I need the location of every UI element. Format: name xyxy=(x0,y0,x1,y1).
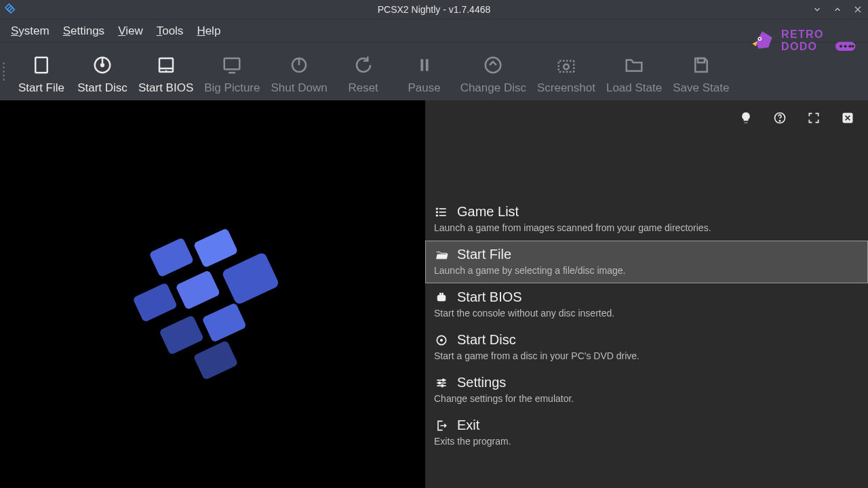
toolbar-start-bios[interactable]: Start BIOS xyxy=(133,49,199,95)
toolbar-reset: Reset xyxy=(333,49,394,95)
monitor-icon xyxy=(222,52,242,79)
toolbar-label: Pause xyxy=(408,79,441,95)
save-icon xyxy=(691,52,711,79)
menu-start-file[interactable]: Start FileLaunch a game by selecting a f… xyxy=(425,241,868,283)
toolbar-label: Big Picture xyxy=(204,79,260,95)
reset-icon xyxy=(353,52,374,79)
fullscreen-icon[interactable] xyxy=(806,110,822,126)
menu-start-bios[interactable]: Start BIOSStart the console without any … xyxy=(425,283,868,326)
discsmall-icon xyxy=(434,333,449,347)
toolbar-handle[interactable] xyxy=(3,48,8,96)
disc-icon xyxy=(92,52,113,79)
svg-rect-20 xyxy=(193,340,238,380)
hint-icon[interactable] xyxy=(738,110,754,126)
pause-icon xyxy=(414,52,435,79)
changedisc-icon xyxy=(483,52,503,79)
folder-icon xyxy=(624,52,644,79)
exit-icon xyxy=(434,419,449,432)
main-menu-list: Game ListLaunch a game from images scann… xyxy=(425,198,868,454)
maximize-button[interactable] xyxy=(827,0,848,19)
menu-desc: Launch a game by selecting a file/disc i… xyxy=(434,265,867,276)
menu-start-disc[interactable]: Start DiscStart a game from a disc in yo… xyxy=(425,326,868,369)
window-title: PCSX2 Nightly - v1.7.4468 xyxy=(0,4,868,15)
svg-point-22 xyxy=(779,121,780,121)
svg-point-10 xyxy=(844,45,847,47)
menu-view[interactable]: View xyxy=(111,22,150,41)
toolbar-shut-down: Shut Down xyxy=(265,49,332,95)
menu-title: Exit xyxy=(457,418,479,433)
menu-system[interactable]: System xyxy=(4,22,56,41)
menu-tools[interactable]: Tools xyxy=(150,22,191,41)
menu-help[interactable]: Help xyxy=(190,22,227,41)
content-area: Game ListLaunch a game from images scann… xyxy=(0,100,868,488)
toolbar-label: Save State xyxy=(673,79,729,95)
menu-game-list[interactable]: Game ListLaunch a game from images scann… xyxy=(425,198,868,241)
svg-rect-14 xyxy=(193,228,238,268)
help-icon[interactable] xyxy=(772,110,788,126)
svg-point-9 xyxy=(840,45,842,47)
toolbar-label: Reset xyxy=(348,79,378,95)
file-icon xyxy=(31,52,52,79)
folderopen-icon xyxy=(434,248,449,262)
app-icon xyxy=(4,3,18,16)
camera-icon xyxy=(556,52,576,79)
minimize-button[interactable] xyxy=(807,0,827,19)
menu-desc: Exits the program. xyxy=(434,436,867,447)
svg-rect-15 xyxy=(132,282,178,322)
svg-point-5 xyxy=(759,38,760,39)
title-bar: PCSX2 Nightly - v1.7.4468 xyxy=(0,0,868,19)
menu-title: Start Disc xyxy=(457,332,516,348)
toolbar-label: Start Disc xyxy=(77,79,127,95)
menu-desc: Start a game from a disc in your PC's DV… xyxy=(434,350,867,361)
svg-text:DODO: DODO xyxy=(781,41,817,52)
svg-rect-19 xyxy=(201,302,247,342)
close-button[interactable] xyxy=(848,0,868,19)
toolbar-big-picture: Big Picture xyxy=(199,49,265,95)
menu-settings[interactable]: Settings xyxy=(56,22,111,41)
logo-pane xyxy=(0,100,425,488)
toolbar-label: Load State xyxy=(606,79,662,95)
retrododo-text: RETRO DODO xyxy=(781,25,863,55)
menu-desc: Start the console without any disc inser… xyxy=(434,308,867,319)
menu-bar: System Settings View Tools Help xyxy=(0,19,868,42)
svg-rect-13 xyxy=(149,237,194,277)
svg-text:RETRO: RETRO xyxy=(781,28,824,40)
menu-exit[interactable]: ExitExits the program. xyxy=(425,411,868,454)
svg-point-12 xyxy=(851,45,854,47)
toolbar-label: Start BIOS xyxy=(138,79,193,95)
power-icon xyxy=(289,52,309,79)
dodo-icon xyxy=(747,25,777,55)
bios-icon xyxy=(156,52,176,79)
toolbar-load-state: Load State xyxy=(601,49,667,95)
svg-rect-17 xyxy=(221,251,280,305)
toolbar-start-disc[interactable]: Start Disc xyxy=(72,49,133,95)
menu-title: Start BIOS xyxy=(457,289,522,305)
retrododo-brand: RETRO DODO xyxy=(747,25,863,55)
window-controls xyxy=(807,0,868,19)
start-menu-pane: Game ListLaunch a game from images scann… xyxy=(425,100,868,488)
menu-desc: Launch a game from images scanned from y… xyxy=(434,222,867,233)
pcsx2-logo xyxy=(98,192,328,396)
sliders-icon xyxy=(434,376,449,390)
menu-title: Game List xyxy=(457,204,519,220)
toolbar-start-file[interactable]: Start File xyxy=(11,49,72,95)
panel-top-icons xyxy=(738,110,856,126)
toolbar-label: Start File xyxy=(18,79,64,95)
svg-rect-16 xyxy=(175,270,220,310)
toolbar-label: Screenshot xyxy=(537,79,595,95)
menu-title: Settings xyxy=(457,375,506,390)
menu-title: Start File xyxy=(457,247,511,262)
toolbar-label: Change Disc xyxy=(460,79,526,95)
toolbar: Start FileStart DiscStart BIOSBig Pictur… xyxy=(0,42,868,100)
toolbar-pause: Pause xyxy=(394,49,455,95)
svg-point-11 xyxy=(848,45,851,47)
menu-settings[interactable]: SettingsChange settings for the emulator… xyxy=(425,369,868,411)
toolbar-change-disc: Change Disc xyxy=(455,49,532,95)
close-panel-icon[interactable] xyxy=(840,110,856,126)
svg-rect-18 xyxy=(159,314,204,354)
menu-desc: Change settings for the emulator. xyxy=(434,393,867,404)
toolbar-screenshot: Screenshot xyxy=(532,49,601,95)
toolbar-label: Shut Down xyxy=(271,79,327,95)
list-icon xyxy=(434,205,449,219)
chip-icon xyxy=(434,291,449,304)
